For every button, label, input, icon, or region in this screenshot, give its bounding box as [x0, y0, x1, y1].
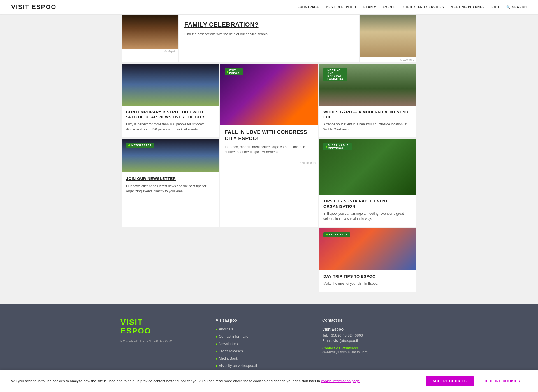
card-family-celebration[interactable]: FAMILY CELEBRATION? Find the best option… [179, 15, 359, 62]
congress-credit: © dspmedia [220, 160, 318, 165]
footer-link-visibility[interactable]: Visibility on visitespoo.fi [216, 363, 311, 368]
newsletter-desc: Our newsletter brings latest news and th… [126, 184, 215, 194]
congress-body: FALL IN LOVE WITH CONGRESS CITY ESPOO! I… [220, 125, 318, 160]
nav-meeting-planner[interactable]: MEETING PLANNER [451, 5, 485, 9]
footer-links-title: Visit Espoo [216, 318, 311, 323]
footer-link-about[interactable]: About us [216, 327, 311, 332]
card-bistro[interactable]: CONTEMPORARY BISTRO FOOD WITH SPECTACULA… [122, 64, 219, 137]
bottom-cards-row: EXPERIENCE DAY TRIP TIPS TO ESPOO Make t… [122, 228, 416, 292]
table-image [122, 15, 178, 49]
card-eventure-image: © Eventure [360, 15, 416, 62]
nav-lang[interactable]: EN [491, 5, 499, 9]
bistro-image [122, 64, 219, 106]
day-trip-title: DAY TRIP TIPS TO ESPOO [323, 274, 412, 279]
card-tag-meeting: MEETING AND BANQUET FACILITIES [323, 68, 347, 81]
footer-link-contact-info[interactable]: Contact information [216, 334, 311, 339]
newsletter-title: JOIN OUR NEWSLETTER [126, 176, 215, 181]
site-header: VISIT ESPOO FRONTPAGE BEST IN ESPOO PLAN… [0, 0, 538, 14]
footer-link-newsletters[interactable]: Newsletters [216, 342, 311, 346]
day-trip-desc: Make the most of your visit in Espoo. [323, 281, 412, 286]
sustainable-title: TIPS FOR SUSTAINABLE EVENT ORGANISATION [323, 199, 412, 209]
newsletter-body: JOIN OUR NEWSLETTER Our newsletter bring… [122, 172, 219, 199]
wohls-desc: Arrange your event in a beautiful countr… [323, 122, 412, 132]
sustainable-body: TIPS FOR SUSTAINABLE EVENT ORGANISATION … [319, 195, 416, 227]
card-sustainable[interactable]: SUSTAINABLE MEETINGS TIPS FOR SUSTAINABL… [319, 139, 416, 227]
footer-whatsapp-link[interactable]: Contact via Whatsapp [322, 346, 418, 350]
nav-plan[interactable]: PLAN [363, 5, 376, 9]
card-day-trip[interactable]: EXPERIENCE DAY TRIP TIPS TO ESPOO Make t… [319, 228, 416, 292]
decline-cookies-button[interactable]: DECLINE COOKIES [478, 376, 527, 386]
bistro-body: CONTEMPORARY BISTRO FOOD WITH SPECTACULA… [122, 106, 219, 137]
nav-best-in-espoo[interactable]: BEST IN ESPOO [326, 5, 357, 9]
main-content: © Majvik FAMILY CELEBRATION? Find the be… [120, 15, 418, 304]
footer-logo-line2: ESPOO [120, 327, 205, 335]
card-credit-eventure: © Eventure [360, 57, 416, 62]
footer-logo[interactable]: VISIT ESPOO [120, 318, 205, 335]
cookie-text: Will you accept us to use cookies to ana… [11, 378, 420, 384]
nav-events[interactable]: EVENTS [383, 5, 397, 9]
eventure-image [360, 15, 416, 57]
footer-contact-tel: Tel. +358 (0)43 824 6866 [322, 333, 418, 337]
main-cards-grid: CONTEMPORARY BISTRO FOOD WITH SPECTACULA… [122, 64, 416, 227]
footer-link-press[interactable]: Press releases [216, 349, 311, 353]
cookie-info-link[interactable]: cookie information page [321, 379, 360, 383]
footer-powered: POWERED BY ENTER ESPOO [120, 340, 205, 343]
footer-whatsapp-hours: (Weekdays from 10am to 3pm) [322, 350, 418, 354]
empty-col1 [122, 228, 219, 292]
card-tag-newsletter: NEWSLETTER [126, 143, 154, 148]
nav-sights[interactable]: SIGHTS AND SERVICES [404, 5, 444, 9]
card-wohls-gard[interactable]: MEETING AND BANQUET FACILITIES WOHLS GÅR… [319, 64, 416, 137]
card-congress-city[interactable]: WHY ESPOO FALL IN LOVE WITH CONGRESS CIT… [220, 64, 318, 227]
footer-contact-name: Visit Espoo [322, 327, 418, 332]
sustainable-desc: In Espoo, you can arrange a meeting, eve… [323, 211, 412, 221]
cookie-banner: Will you accept us to use cookies to ana… [0, 370, 538, 392]
day-trip-body: DAY TRIP TIPS TO ESPOO Make the most of … [319, 270, 416, 292]
card-tag-sustainable: SUSTAINABLE MEETINGS [323, 143, 352, 150]
nav-frontpage[interactable]: FRONTPAGE [298, 5, 319, 9]
card-newsletter[interactable]: NEWSLETTER JOIN OUR NEWSLETTER Our newsl… [122, 139, 219, 227]
wohls-title: WOHLS GÅRD — A MODERN EVENT VENUE FUL... [323, 109, 412, 120]
congress-title: FALL IN LOVE WITH CONGRESS CITY ESPOO! [225, 129, 313, 142]
footer-contact-email: Email: visit(at)espoo.fi [322, 339, 418, 343]
empty-col2 [220, 228, 318, 292]
wohls-body: WOHLS GÅRD — A MODERN EVENT VENUE FUL...… [319, 106, 416, 137]
cookie-message: Will you accept us to use cookies to ana… [11, 379, 321, 383]
card-tag-experience: EXPERIENCE [323, 232, 350, 237]
bistro-title: CONTEMPORARY BISTRO FOOD WITH SPECTACULA… [126, 109, 215, 120]
footer-link-media-bank[interactable]: Media Bank [216, 356, 311, 361]
bistro-desc: Lucy is perfect for more than 100 people… [126, 122, 215, 132]
nav-search[interactable]: 🔍 SEARCH [506, 5, 527, 9]
site-logo[interactable]: VISIT ESPOO [11, 3, 56, 11]
card-table-image: © Majvik [122, 15, 178, 62]
accept-cookies-button[interactable]: ACCEPT COOKIES [426, 376, 474, 386]
family-celebration-desc: Find the best options with the help of o… [184, 32, 354, 37]
footer-logo-line1: VISIT [120, 318, 205, 327]
cookie-buttons: ACCEPT COOKIES DECLINE COOKIES [426, 376, 527, 386]
congress-desc: In Espoo, modern architecture, large cor… [225, 144, 313, 155]
search-icon: 🔍 [506, 5, 511, 9]
footer-contact-title: Contact us [322, 318, 418, 323]
top-partial-row: © Majvik FAMILY CELEBRATION? Find the be… [122, 15, 416, 62]
main-nav: FRONTPAGE BEST IN ESPOO PLAN EVENTS SIGH… [298, 5, 527, 9]
family-celebration-title: FAMILY CELEBRATION? [184, 21, 354, 29]
card-credit-majvik: © Majvik [122, 49, 178, 54]
